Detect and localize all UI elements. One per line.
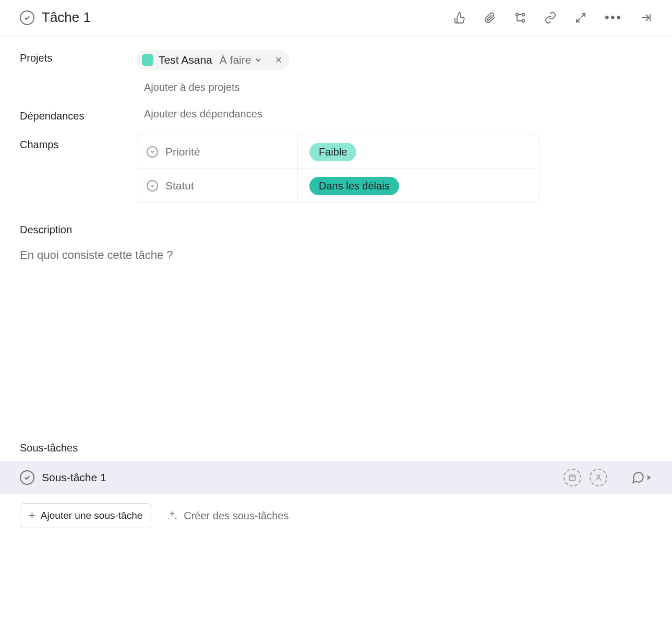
plus-icon: + — [29, 509, 35, 522]
svg-point-0 — [515, 13, 518, 16]
subtask-row[interactable]: Sous-tâche 1 — [0, 461, 672, 494]
svg-point-2 — [522, 19, 524, 22]
create-subtasks-button[interactable]: Créer des sous-tâches — [166, 509, 289, 522]
subtask-left: Sous-tâche 1 — [20, 470, 106, 485]
projects-row: Projets Test Asana À faire × Ajouter à d… — [20, 50, 652, 93]
collapse-panel-icon[interactable] — [640, 11, 652, 24]
attachment-icon[interactable] — [484, 11, 496, 24]
subtask-assignee-button[interactable] — [590, 469, 607, 486]
project-name: Test Asana — [159, 54, 212, 66]
task-header: Tâche 1 ••• — [0, 0, 672, 35]
priority-field-value[interactable]: Faible — [298, 143, 539, 161]
subtasks-label: Sous-tâches — [20, 442, 652, 454]
dependencies-value: Ajouter des dépendances — [137, 108, 652, 120]
custom-fields-value: Priorité Faible Statut Dans les délais — [137, 137, 652, 203]
svg-point-7 — [597, 475, 599, 478]
subtask-title[interactable]: Sous-tâche 1 — [42, 471, 106, 484]
bottom-actions: + Ajouter une sous-tâche Créer des sous-… — [0, 494, 672, 538]
status-pill: Dans les délais — [309, 177, 399, 195]
dropdown-icon — [147, 146, 158, 158]
subtasks-section: Sous-tâches Sous-tâche 1 — [20, 442, 652, 494]
projects-label: Projets — [20, 50, 137, 64]
expand-icon[interactable] — [574, 11, 587, 24]
dropdown-icon — [147, 180, 158, 192]
complete-subtask-check[interactable] — [20, 470, 34, 485]
projects-value: Test Asana À faire × Ajouter à des proje… — [137, 50, 652, 93]
header-actions: ••• — [453, 9, 652, 26]
project-status-dropdown[interactable]: À faire — [220, 54, 263, 66]
status-field-label: Statut — [137, 169, 298, 203]
project-chip[interactable]: Test Asana À faire × — [137, 50, 289, 70]
description-section: Description En quoi consiste cette tâche… — [20, 224, 652, 262]
project-color-swatch — [142, 54, 153, 66]
complete-task-check[interactable] — [20, 10, 34, 25]
header-left: Tâche 1 — [20, 9, 91, 26]
task-content: Projets Test Asana À faire × Ajouter à d… — [0, 35, 672, 494]
description-input[interactable]: En quoi consiste cette tâche ? — [20, 248, 652, 262]
priority-pill: Faible — [309, 143, 356, 161]
sparkle-icon — [166, 509, 178, 522]
subtasks-icon[interactable] — [514, 11, 526, 24]
link-icon[interactable] — [544, 11, 557, 24]
more-icon[interactable]: ••• — [605, 9, 622, 26]
svg-point-1 — [522, 13, 524, 16]
svg-rect-3 — [569, 475, 575, 480]
add-to-projects-link[interactable]: Ajouter à des projets — [137, 81, 652, 93]
custom-fields-label: Champs — [20, 137, 137, 151]
dependencies-row: Dépendances Ajouter des dépendances — [20, 108, 652, 122]
custom-fields-row: Champs Priorité Faible — [20, 137, 652, 203]
description-label: Description — [20, 224, 652, 236]
subtask-details-button[interactable] — [631, 471, 652, 484]
task-title[interactable]: Tâche 1 — [42, 9, 91, 26]
chevron-down-icon — [254, 56, 262, 64]
fields-table: Priorité Faible Statut Dans les délais — [137, 135, 539, 203]
priority-field-label: Priorité — [137, 135, 298, 169]
remove-project-icon[interactable]: × — [275, 53, 282, 67]
status-field-value[interactable]: Dans les délais — [298, 177, 539, 195]
add-dependencies-link[interactable]: Ajouter des dépendances — [137, 108, 262, 120]
subtask-date-button[interactable] — [563, 469, 581, 486]
add-subtask-button[interactable]: + Ajouter une sous-tâche — [20, 503, 151, 528]
priority-row: Priorité Faible — [137, 135, 539, 169]
status-row: Statut Dans les délais — [137, 169, 539, 203]
subtask-right — [563, 469, 652, 486]
dependencies-label: Dépendances — [20, 108, 137, 122]
like-icon[interactable] — [453, 11, 466, 24]
